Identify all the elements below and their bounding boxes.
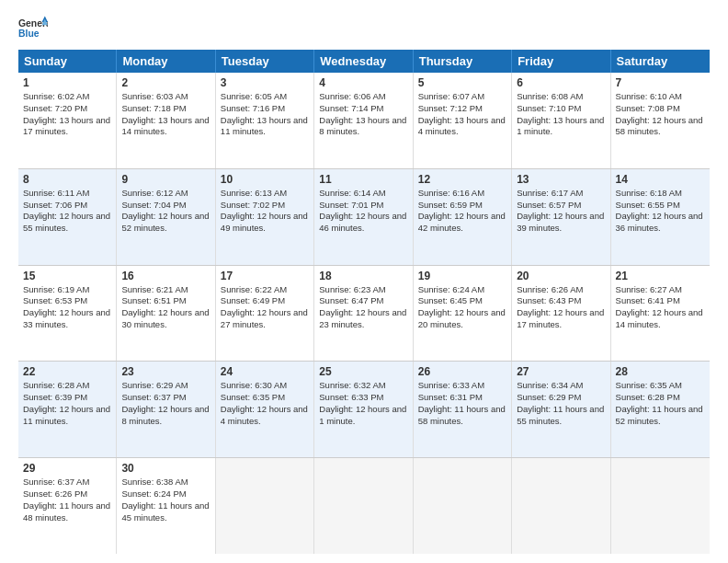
calendar-row: 22Sunrise: 6:28 AMSunset: 6:39 PMDayligh…: [18, 362, 710, 458]
logo: General Blue: [18, 15, 48, 40]
day-info: Sunrise: 6:28 AMSunset: 6:39 PMDaylight:…: [23, 380, 111, 427]
day-number: 20: [517, 270, 605, 282]
day-number: 2: [121, 76, 210, 89]
day-info: Sunrise: 6:27 AMSunset: 6:41 PMDaylight:…: [616, 284, 705, 331]
day-number: 29: [23, 462, 111, 475]
day-number: 5: [418, 76, 506, 89]
calendar-cell: 16Sunrise: 6:21 AMSunset: 6:51 PMDayligh…: [117, 266, 215, 362]
day-number: 26: [418, 365, 506, 378]
calendar-cell: [414, 458, 512, 554]
calendar-cell: 19Sunrise: 6:24 AMSunset: 6:45 PMDayligh…: [414, 266, 512, 362]
calendar-cell: [216, 458, 314, 554]
calendar-cell: 29Sunrise: 6:37 AMSunset: 6:26 PMDayligh…: [18, 458, 117, 554]
calendar-cell: 10Sunrise: 6:13 AMSunset: 7:02 PMDayligh…: [216, 169, 314, 265]
calendar-cell: 30Sunrise: 6:38 AMSunset: 6:24 PMDayligh…: [117, 458, 215, 554]
calendar-cell: 28Sunrise: 6:35 AMSunset: 6:28 PMDayligh…: [611, 362, 710, 457]
day-info: Sunrise: 6:38 AMSunset: 6:24 PMDaylight:…: [121, 477, 210, 523]
day-info: Sunrise: 6:17 AMSunset: 6:57 PMDaylight:…: [517, 188, 605, 235]
day-info: Sunrise: 6:11 AMSunset: 7:06 PMDaylight:…: [23, 188, 111, 235]
calendar-cell: 25Sunrise: 6:32 AMSunset: 6:33 PMDayligh…: [314, 362, 413, 457]
calendar-cell: 1Sunrise: 6:02 AMSunset: 7:20 PMDaylight…: [18, 73, 117, 168]
calendar-cell: 5Sunrise: 6:07 AMSunset: 7:12 PMDaylight…: [414, 73, 512, 168]
day-number: 1: [23, 76, 111, 89]
day-info: Sunrise: 6:24 AMSunset: 6:45 PMDaylight:…: [418, 284, 506, 331]
day-number: 11: [319, 173, 407, 186]
calendar-cell: 12Sunrise: 6:16 AMSunset: 6:59 PMDayligh…: [414, 169, 512, 265]
day-number: 25: [319, 365, 407, 378]
day-info: Sunrise: 6:34 AMSunset: 6:29 PMDaylight:…: [517, 380, 605, 427]
day-info: Sunrise: 6:07 AMSunset: 7:12 PMDaylight:…: [418, 91, 506, 138]
day-info: Sunrise: 6:18 AMSunset: 6:55 PMDaylight:…: [616, 188, 705, 235]
calendar-cell: 3Sunrise: 6:05 AMSunset: 7:16 PMDaylight…: [216, 73, 314, 168]
calendar-header-day: Monday: [117, 50, 215, 73]
logo-icon: General Blue: [18, 15, 48, 40]
day-number: 15: [23, 270, 111, 282]
day-info: Sunrise: 6:10 AMSunset: 7:08 PMDaylight:…: [616, 91, 705, 138]
calendar-cell: [512, 458, 610, 554]
calendar-cell: 6Sunrise: 6:08 AMSunset: 7:10 PMDaylight…: [512, 73, 610, 168]
day-info: Sunrise: 6:35 AMSunset: 6:28 PMDaylight:…: [616, 380, 705, 427]
calendar-row: 1Sunrise: 6:02 AMSunset: 7:20 PMDaylight…: [18, 73, 710, 169]
calendar-cell: 27Sunrise: 6:34 AMSunset: 6:29 PMDayligh…: [512, 362, 610, 457]
day-number: 17: [221, 270, 309, 282]
day-number: 19: [418, 270, 506, 282]
day-info: Sunrise: 6:03 AMSunset: 7:18 PMDaylight:…: [121, 91, 210, 138]
calendar-cell: 23Sunrise: 6:29 AMSunset: 6:37 PMDayligh…: [117, 362, 215, 457]
day-info: Sunrise: 6:23 AMSunset: 6:47 PMDaylight:…: [319, 284, 407, 331]
day-number: 13: [517, 173, 605, 186]
day-info: Sunrise: 6:12 AMSunset: 7:04 PMDaylight:…: [121, 188, 210, 235]
day-info: Sunrise: 6:29 AMSunset: 6:37 PMDaylight:…: [121, 380, 210, 427]
day-info: Sunrise: 6:19 AMSunset: 6:53 PMDaylight:…: [23, 284, 111, 331]
day-number: 21: [616, 270, 705, 282]
day-number: 7: [616, 76, 705, 89]
day-number: 30: [121, 462, 210, 475]
calendar: SundayMondayTuesdayWednesdayThursdayFrid…: [18, 50, 710, 554]
day-number: 16: [121, 270, 210, 282]
calendar-header-day: Saturday: [611, 50, 710, 73]
calendar-header-day: Sunday: [18, 50, 117, 73]
day-number: 3: [221, 76, 309, 89]
day-info: Sunrise: 6:02 AMSunset: 7:20 PMDaylight:…: [23, 91, 111, 138]
day-number: 27: [517, 365, 605, 378]
calendar-header-day: Thursday: [414, 50, 512, 73]
day-number: 8: [23, 173, 111, 186]
day-number: 24: [221, 365, 309, 378]
day-info: Sunrise: 6:26 AMSunset: 6:43 PMDaylight:…: [517, 284, 605, 331]
page-header: General Blue: [18, 15, 710, 40]
calendar-header-day: Tuesday: [216, 50, 314, 73]
day-info: Sunrise: 6:30 AMSunset: 6:35 PMDaylight:…: [221, 380, 309, 427]
day-number: 9: [121, 173, 210, 186]
day-number: 18: [319, 270, 407, 282]
day-number: 14: [616, 173, 705, 186]
day-info: Sunrise: 6:16 AMSunset: 6:59 PMDaylight:…: [418, 188, 506, 235]
calendar-cell: 7Sunrise: 6:10 AMSunset: 7:08 PMDaylight…: [611, 73, 710, 168]
calendar-header-day: Friday: [512, 50, 610, 73]
calendar-header: SundayMondayTuesdayWednesdayThursdayFrid…: [18, 50, 710, 73]
calendar-cell: 8Sunrise: 6:11 AMSunset: 7:06 PMDaylight…: [18, 169, 117, 265]
day-number: 22: [23, 365, 111, 378]
calendar-cell: 13Sunrise: 6:17 AMSunset: 6:57 PMDayligh…: [512, 169, 610, 265]
calendar-row: 8Sunrise: 6:11 AMSunset: 7:06 PMDaylight…: [18, 169, 710, 266]
day-number: 23: [121, 365, 210, 378]
calendar-cell: 20Sunrise: 6:26 AMSunset: 6:43 PMDayligh…: [512, 266, 610, 362]
day-number: 12: [418, 173, 506, 186]
calendar-cell: [611, 458, 710, 554]
svg-text:Blue: Blue: [18, 29, 40, 39]
calendar-cell: [314, 458, 413, 554]
calendar-cell: 14Sunrise: 6:18 AMSunset: 6:55 PMDayligh…: [611, 169, 710, 265]
calendar-body: 1Sunrise: 6:02 AMSunset: 7:20 PMDaylight…: [18, 73, 710, 554]
day-number: 4: [319, 76, 407, 89]
calendar-cell: 18Sunrise: 6:23 AMSunset: 6:47 PMDayligh…: [314, 266, 413, 362]
calendar-cell: 2Sunrise: 6:03 AMSunset: 7:18 PMDaylight…: [117, 73, 215, 168]
calendar-cell: 9Sunrise: 6:12 AMSunset: 7:04 PMDaylight…: [117, 169, 215, 265]
calendar-cell: 17Sunrise: 6:22 AMSunset: 6:49 PMDayligh…: [216, 266, 314, 362]
calendar-row: 15Sunrise: 6:19 AMSunset: 6:53 PMDayligh…: [18, 266, 710, 362]
day-number: 6: [517, 76, 605, 89]
calendar-cell: 11Sunrise: 6:14 AMSunset: 7:01 PMDayligh…: [314, 169, 413, 265]
calendar-header-day: Wednesday: [314, 50, 413, 73]
day-info: Sunrise: 6:37 AMSunset: 6:26 PMDaylight:…: [23, 477, 111, 523]
calendar-cell: 21Sunrise: 6:27 AMSunset: 6:41 PMDayligh…: [611, 266, 710, 362]
calendar-cell: 26Sunrise: 6:33 AMSunset: 6:31 PMDayligh…: [414, 362, 512, 457]
day-number: 28: [616, 365, 705, 378]
day-info: Sunrise: 6:13 AMSunset: 7:02 PMDaylight:…: [221, 188, 309, 235]
